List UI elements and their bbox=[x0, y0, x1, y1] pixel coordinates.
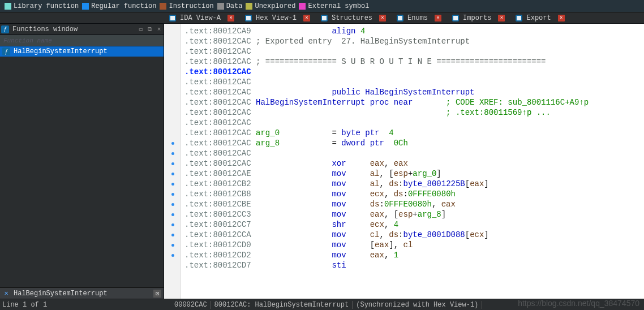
function-filter-input[interactable]: Function name bbox=[0, 35, 164, 46]
export-icon bbox=[515, 14, 523, 22]
code-address: .text:80012CCA bbox=[184, 230, 251, 239]
code-line[interactable]: .text:80012CAC bbox=[184, 118, 644, 128]
legend-label: Library function bbox=[14, 2, 79, 10]
breakpoint-dot[interactable] bbox=[171, 142, 174, 145]
code-address: .text:80012CB2 bbox=[184, 179, 251, 188]
clear-icon[interactable]: ⊠ bbox=[153, 290, 161, 298]
code-address: .text:80012CD7 bbox=[184, 261, 251, 270]
code-line[interactable]: .text:80012CD0 mov [eax], cl bbox=[184, 240, 644, 250]
code-line[interactable]: .text:80012CB8 mov ecx, ds:0FFFE0080h bbox=[184, 189, 644, 199]
status-segment: (Synchronized with Hex View-1) bbox=[353, 301, 482, 309]
code-address: .text:80012CAC bbox=[184, 37, 251, 46]
breakpoint-dot[interactable] bbox=[171, 223, 174, 226]
code-line[interactable]: .text:80012CAC bbox=[184, 148, 644, 158]
breakpoint-dot[interactable] bbox=[171, 152, 174, 155]
tab-label: Enums bbox=[407, 14, 428, 22]
code-address: .text:80012CD2 bbox=[184, 251, 251, 260]
close-icon[interactable]: × bbox=[558, 15, 565, 21]
tab-ida-view-a[interactable]: IDA View-A bbox=[164, 12, 225, 23]
close-icon[interactable]: × bbox=[154, 26, 164, 33]
code-address: .text:80012CB8 bbox=[184, 190, 251, 199]
tab-label: IDA View-A bbox=[180, 14, 221, 22]
struct-icon bbox=[320, 14, 328, 22]
code-line[interactable]: .text:80012CAC ; .text:80011569↑p ... bbox=[184, 107, 644, 118]
code-address: .text:80012CAC bbox=[184, 139, 251, 148]
svg-rect-11 bbox=[517, 16, 521, 20]
code-address: .text:80012CC7 bbox=[184, 220, 251, 229]
code-line[interactable]: .text:80012CCA mov cl, ds:byte_8001D088[… bbox=[184, 230, 644, 240]
footer-function-name: HalBeginSystemInterrupt bbox=[14, 290, 150, 298]
functions-window-footer: ✕ HalBeginSystemInterrupt ⊠ bbox=[0, 287, 164, 299]
code-address: .text:80012CAC bbox=[184, 78, 251, 87]
status-segment: 00002CAC bbox=[171, 301, 211, 309]
tab-label: Structures bbox=[332, 14, 372, 22]
tab-export[interactable]: Export bbox=[510, 12, 555, 23]
breakpoint-dot[interactable] bbox=[171, 213, 174, 216]
breakpoint-dot[interactable] bbox=[171, 173, 174, 175]
functions-window-header: f Functions window ▭ ⧉ × bbox=[0, 24, 164, 35]
breakpoint-dot[interactable] bbox=[171, 254, 174, 257]
pin-icon[interactable]: ⧉ bbox=[145, 26, 154, 33]
functions-window-title: Functions window bbox=[12, 25, 78, 33]
code-address: .text:80012CD0 bbox=[184, 240, 251, 249]
code-address: .text:80012CAC bbox=[184, 88, 251, 97]
code-address: .text:80012CAC bbox=[184, 118, 251, 127]
close-icon[interactable]: × bbox=[379, 15, 386, 21]
close-icon[interactable]: × bbox=[303, 15, 310, 21]
breakpoint-dot[interactable] bbox=[171, 193, 174, 196]
code-line[interactable]: .text:80012CBE mov ds:0FFFE0080h, eax bbox=[184, 199, 644, 209]
code-line[interactable]: .text:80012CA9 align 4 bbox=[184, 26, 644, 36]
legend-label: Instruction bbox=[169, 2, 213, 10]
code-address: .text:80012CAC bbox=[184, 108, 251, 117]
breakpoint-dot[interactable] bbox=[171, 244, 174, 247]
function-icon: f bbox=[1, 25, 9, 33]
disassembly-view[interactable]: .text:80012CA9 align 4.text:80012CAC ; E… bbox=[164, 24, 644, 299]
close-icon[interactable]: × bbox=[498, 15, 505, 21]
breakpoint-dot[interactable] bbox=[171, 162, 174, 165]
tab-imports[interactable]: Imports bbox=[447, 12, 496, 23]
ida-icon bbox=[169, 14, 177, 22]
code-line[interactable]: .text:80012CAC public HalBeginSystemInte… bbox=[184, 87, 644, 97]
close-icon[interactable]: × bbox=[227, 15, 234, 21]
code-line[interactable]: .text:80012CB2 mov al, ds:byte_8001225B[… bbox=[184, 179, 644, 189]
legend-label: Data bbox=[226, 2, 243, 10]
legend-item: Regular function bbox=[82, 2, 156, 10]
legend-swatch bbox=[82, 3, 89, 10]
close-icon[interactable]: × bbox=[435, 15, 441, 21]
code-line[interactable]: .text:80012CAC bbox=[184, 46, 644, 57]
code-line[interactable]: .text:80012CAC bbox=[184, 77, 644, 87]
code-line[interactable]: .text:80012CAC xor eax, eax bbox=[184, 158, 644, 169]
code-line[interactable]: .text:80012CAE mov al, [esp+arg_0] bbox=[184, 169, 644, 179]
code-address: .text:80012CAC bbox=[184, 128, 251, 137]
status-right: 00002CAC80012CAC: HalBeginSystemInterrup… bbox=[164, 301, 644, 309]
code-line[interactable]: .text:80012CAC ; =============== S U B R… bbox=[184, 57, 644, 67]
function-name: HalBeginSystemInterrupt bbox=[14, 48, 108, 55]
code-line[interactable]: .text:80012CAC HalBeginSystemInterrupt p… bbox=[184, 97, 644, 107]
code-address: .text:80012CAE bbox=[184, 169, 251, 178]
breakpoint-dot[interactable] bbox=[171, 183, 174, 186]
function-row[interactable]: fHalBeginSystemInterrupt bbox=[0, 46, 164, 57]
breakpoint-strip[interactable] bbox=[164, 24, 181, 299]
code-address: .text:80012CAC bbox=[184, 57, 251, 66]
legend-swatch bbox=[246, 3, 252, 10]
tab-hex-view-1[interactable]: Hex View-1 bbox=[240, 12, 301, 23]
legend-label: Unexplored bbox=[255, 2, 295, 10]
clear-filter-icon[interactable]: ✕ bbox=[2, 289, 10, 298]
tab-enums[interactable]: Enums bbox=[392, 12, 432, 23]
breakpoint-dot[interactable] bbox=[171, 234, 174, 236]
code-line[interactable]: .text:80012CC3 mov eax, [esp+arg_8] bbox=[184, 209, 644, 219]
tab-structures[interactable]: Structures bbox=[316, 12, 377, 23]
code-line[interactable]: .text:80012CAC ; Exported entry 27. HalB… bbox=[184, 36, 644, 46]
svg-rect-1 bbox=[170, 16, 175, 20]
code-listing[interactable]: .text:80012CA9 align 4.text:80012CAC ; E… bbox=[181, 24, 644, 299]
code-line[interactable]: .text:80012CD2 mov eax, 1 bbox=[184, 250, 644, 260]
function-list[interactable]: fHalBeginSystemInterrupt bbox=[0, 46, 164, 287]
code-line[interactable]: .text:80012CAC bbox=[184, 67, 644, 77]
legend-swatch bbox=[217, 3, 224, 10]
breakpoint-dot[interactable] bbox=[171, 203, 174, 206]
code-line[interactable]: .text:80012CAC arg_0 = byte ptr 4 bbox=[184, 128, 644, 138]
code-line[interactable]: .text:80012CAC arg_8 = dword ptr 0Ch bbox=[184, 138, 644, 148]
code-line[interactable]: .text:80012CD7 sti bbox=[184, 260, 644, 270]
code-line[interactable]: .text:80012CC7 shr ecx, 4 bbox=[184, 219, 644, 230]
restore-icon[interactable]: ▭ bbox=[136, 25, 145, 33]
